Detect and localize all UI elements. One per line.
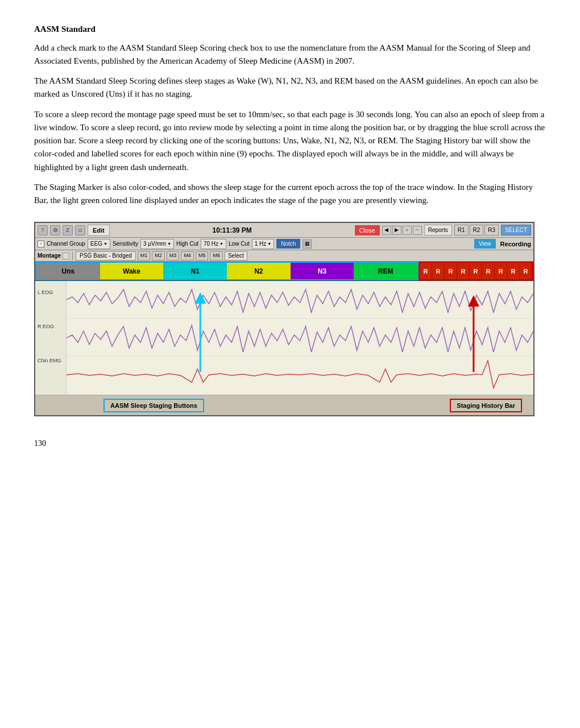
z-icon[interactable]: Z <box>63 225 73 235</box>
r1-button[interactable]: R1 <box>454 225 469 235</box>
high-cut-label: High Cut <box>176 239 198 248</box>
staging-history-bar-label: Staging History Bar <box>450 399 522 413</box>
zoom-button[interactable]: + <box>403 226 412 235</box>
select-button[interactable]: SELECT <box>501 225 531 235</box>
history-r-1[interactable]: R <box>420 263 432 279</box>
l-eog-label: L EOG <box>35 287 66 321</box>
history-r-6[interactable]: R <box>482 263 495 279</box>
reports-button[interactable]: Reports <box>424 225 452 235</box>
paragraph-1: Add a check mark to the AASM Standard Sl… <box>34 42 546 68</box>
play-button[interactable]: ▶ <box>392 226 401 235</box>
m5-button[interactable]: M5 <box>196 251 209 260</box>
n2-button[interactable]: N2 <box>227 263 291 279</box>
montage-label: Montage <box>38 251 61 260</box>
uns-button[interactable]: Uns <box>36 263 100 279</box>
history-r-9[interactable]: R <box>520 263 532 279</box>
face-icon[interactable]: ☺ <box>75 225 85 235</box>
n3-button[interactable]: N3 <box>291 263 354 279</box>
paragraph-3: To score a sleep record the montage page… <box>34 108 546 174</box>
history-r-5[interactable]: R <box>470 263 482 279</box>
trace-area: L EOG R EOG Chin EMG <box>35 281 533 395</box>
montage-separator <box>72 252 73 260</box>
nav-buttons: ◀ ▶ + ~ <box>382 226 422 235</box>
history-r-7[interactable]: R <box>495 263 507 279</box>
m6-button[interactable]: M6 <box>210 251 223 260</box>
montage-color-swatch <box>63 253 69 259</box>
eeg-dropdown[interactable]: EEG <box>88 239 110 249</box>
r2-button[interactable]: R2 <box>470 225 484 235</box>
high-cut-dropdown[interactable]: 70 Hz <box>201 239 226 249</box>
toolbar-second: ✓ Channel Group EEG Sensitivity 3 μV/mm … <box>35 238 533 250</box>
sensitivity-dropdown[interactable]: 3 μV/mm <box>140 239 174 249</box>
recording-label: Recording <box>500 239 531 249</box>
m4-button[interactable]: M4 <box>181 251 194 260</box>
history-r-2[interactable]: R <box>432 263 445 279</box>
m2-button[interactable]: M2 <box>152 251 165 260</box>
paragraph-4: The Staging Marker is also color-coded, … <box>34 181 546 208</box>
close-button[interactable]: Close <box>355 225 380 236</box>
screenshot: ? ⚙ Z ☺ Edit 10:11:39 PM Close ◀ ▶ + ~ R… <box>34 222 535 416</box>
staging-buttons-group: Uns Wake N1 N2 N3 REM <box>35 262 419 280</box>
montage-profile-dropdown[interactable]: PSG Basic - Bridged <box>76 251 136 260</box>
montage-bar: Montage PSG Basic - Bridged M1 M2 M3 M4 … <box>35 250 533 262</box>
wake-button[interactable]: Wake <box>100 263 164 279</box>
montage-select-button[interactable]: Select <box>225 251 247 260</box>
trace-svg <box>67 281 533 395</box>
paragraph-2: The AASM Standard Sleep Scoring defines … <box>34 75 546 101</box>
view-button[interactable]: View <box>474 239 496 249</box>
toolbar-top: ? ⚙ Z ☺ Edit 10:11:39 PM Close ◀ ▶ + ~ R… <box>35 223 533 238</box>
signal-button[interactable]: ~ <box>413 226 422 235</box>
chin-emg-label: Chin EMG <box>35 355 66 389</box>
channel-group-label: Channel Group <box>47 239 85 248</box>
sensitivity-label: Sensitivity <box>113 239 138 248</box>
r-eog-label: R EOG <box>35 321 66 355</box>
grid-icon[interactable]: ▦ <box>303 239 312 249</box>
notch-button[interactable]: Notch <box>276 239 300 249</box>
low-cut-label: Low Cut <box>229 239 250 248</box>
history-r-8[interactable]: R <box>507 263 520 279</box>
section-title: AASM Standard <box>34 23 546 36</box>
m3-button[interactable]: M3 <box>167 251 180 260</box>
bottom-labels-area: AASM Sleep Staging Buttons Staging Histo… <box>35 395 533 415</box>
edit-menu[interactable]: Edit <box>88 225 110 237</box>
trace-canvas <box>67 281 533 395</box>
prev-button[interactable]: ◀ <box>382 226 391 235</box>
staging-area: Uns Wake N1 N2 N3 REM R R R R R R R R R <box>35 262 533 281</box>
rem-button[interactable]: REM <box>354 263 417 279</box>
aasm-staging-buttons-label: AASM Sleep Staging Buttons <box>103 399 204 413</box>
history-r-3[interactable]: R <box>445 263 457 279</box>
trace-channel-labels: L EOG R EOG Chin EMG <box>35 281 67 395</box>
m1-button[interactable]: M1 <box>138 251 151 260</box>
r3-button[interactable]: R3 <box>484 225 499 235</box>
low-cut-dropdown[interactable]: 1 Hz <box>252 239 275 249</box>
n1-button[interactable]: N1 <box>163 263 227 279</box>
history-r-4[interactable]: R <box>457 263 470 279</box>
staging-history-buttons: R R R R R R R R R <box>419 262 533 280</box>
r-buttons-group: R1 R2 R3 <box>454 225 499 235</box>
settings-icon[interactable]: ⚙ <box>50 225 60 235</box>
channel-group-checkbox[interactable]: ✓ <box>38 241 44 247</box>
help-icon[interactable]: ? <box>38 225 48 235</box>
page-number: 130 <box>34 437 546 449</box>
time-display: 10:11:39 PM <box>112 225 353 235</box>
